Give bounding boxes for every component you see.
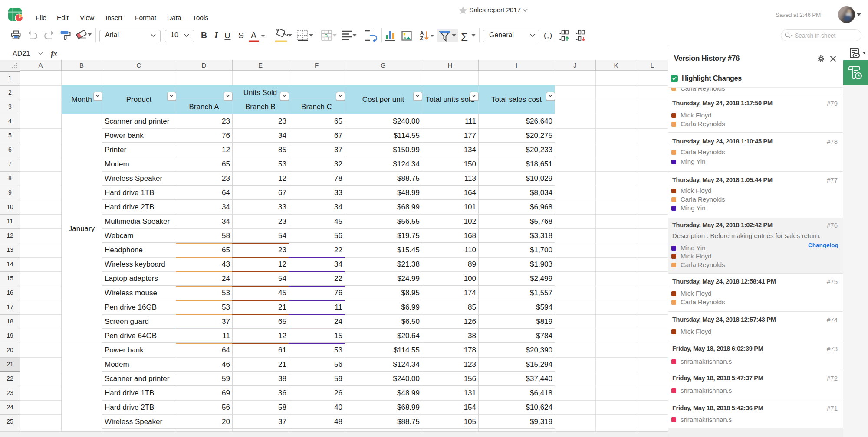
svg-text:U: U <box>224 31 230 40</box>
svg-text:a: a <box>325 32 328 39</box>
svg-text:B: B <box>201 30 207 40</box>
svg-text:(,): (,) <box>544 31 553 39</box>
svg-text:Σ: Σ <box>461 30 468 43</box>
svg-text:A: A <box>251 30 256 40</box>
svg-text:Z: Z <box>420 36 424 42</box>
svg-text:I: I <box>214 30 218 40</box>
svg-text:S: S <box>238 31 244 40</box>
